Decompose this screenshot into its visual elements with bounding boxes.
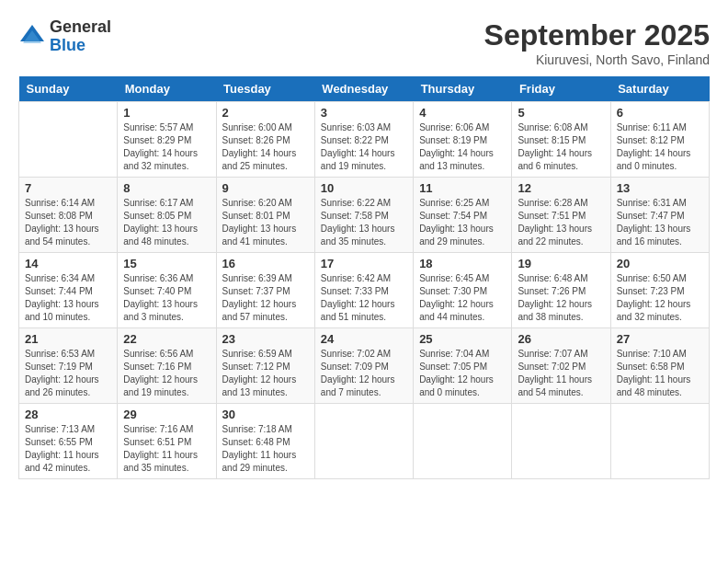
day-info: Sunrise: 6:03 AM Sunset: 8:22 PM Dayligh… bbox=[321, 121, 407, 173]
calendar-cell bbox=[512, 404, 610, 479]
day-info: Sunrise: 7:02 AM Sunset: 7:09 PM Dayligh… bbox=[321, 348, 407, 399]
calendar-title: September 2025 bbox=[484, 18, 710, 52]
calendar-cell: 20Sunrise: 6:50 AM Sunset: 7:23 PM Dayli… bbox=[610, 253, 709, 328]
day-info: Sunrise: 7:07 AM Sunset: 7:02 PM Dayligh… bbox=[518, 348, 604, 399]
day-info: Sunrise: 7:04 AM Sunset: 7:05 PM Dayligh… bbox=[419, 348, 506, 399]
day-info: Sunrise: 6:25 AM Sunset: 7:54 PM Dayligh… bbox=[419, 197, 506, 248]
logo-general-text: General bbox=[50, 18, 111, 37]
calendar-cell: 25Sunrise: 7:04 AM Sunset: 7:05 PM Dayli… bbox=[414, 328, 512, 404]
calendar-cell: 12Sunrise: 6:28 AM Sunset: 7:51 PM Dayli… bbox=[512, 178, 610, 253]
day-number: 23 bbox=[222, 332, 309, 346]
header: General Blue September 2025 Kiuruvesi, N… bbox=[18, 18, 710, 67]
day-number: 26 bbox=[518, 332, 604, 346]
day-info: Sunrise: 6:39 AM Sunset: 7:37 PM Dayligh… bbox=[222, 272, 309, 324]
day-info: Sunrise: 6:28 AM Sunset: 7:51 PM Dayligh… bbox=[518, 197, 604, 248]
calendar-cell: 1Sunrise: 5:57 AM Sunset: 8:29 PM Daylig… bbox=[118, 102, 216, 178]
calendar-cell: 8Sunrise: 6:17 AM Sunset: 8:05 PM Daylig… bbox=[118, 178, 216, 253]
day-info: Sunrise: 6:14 AM Sunset: 8:08 PM Dayligh… bbox=[25, 197, 111, 248]
day-info: Sunrise: 7:13 AM Sunset: 6:55 PM Dayligh… bbox=[25, 423, 111, 475]
logo: General Blue bbox=[18, 18, 111, 55]
day-info: Sunrise: 7:10 AM Sunset: 6:58 PM Dayligh… bbox=[617, 348, 703, 399]
logo-icon bbox=[18, 23, 46, 51]
calendar-header-row: SundayMondayTuesdayWednesdayThursdayFrid… bbox=[19, 76, 710, 102]
day-number: 12 bbox=[518, 181, 604, 195]
day-info: Sunrise: 6:56 AM Sunset: 7:16 PM Dayligh… bbox=[123, 348, 210, 399]
day-info: Sunrise: 7:16 AM Sunset: 6:51 PM Dayligh… bbox=[123, 423, 210, 475]
calendar-cell: 13Sunrise: 6:31 AM Sunset: 7:47 PM Dayli… bbox=[610, 178, 709, 253]
day-number: 8 bbox=[123, 181, 210, 195]
day-info: Sunrise: 6:20 AM Sunset: 8:01 PM Dayligh… bbox=[222, 197, 309, 248]
day-number: 2 bbox=[222, 106, 309, 120]
column-header-wednesday: Wednesday bbox=[314, 76, 413, 102]
day-number: 9 bbox=[222, 181, 309, 195]
column-header-sunday: Sunday bbox=[19, 76, 118, 102]
calendar-cell: 19Sunrise: 6:48 AM Sunset: 7:26 PM Dayli… bbox=[512, 253, 610, 328]
calendar-cell: 15Sunrise: 6:36 AM Sunset: 7:40 PM Dayli… bbox=[118, 253, 216, 328]
day-number: 14 bbox=[25, 257, 111, 270]
calendar-cell: 18Sunrise: 6:45 AM Sunset: 7:30 PM Dayli… bbox=[414, 253, 512, 328]
day-info: Sunrise: 6:22 AM Sunset: 7:58 PM Dayligh… bbox=[321, 197, 407, 248]
title-area: September 2025 Kiuruvesi, North Savo, Fi… bbox=[484, 18, 710, 67]
day-number: 25 bbox=[419, 332, 506, 346]
day-number: 21 bbox=[25, 332, 111, 346]
day-number: 22 bbox=[123, 332, 210, 346]
calendar-cell bbox=[314, 404, 413, 479]
calendar-cell: 21Sunrise: 6:53 AM Sunset: 7:19 PM Dayli… bbox=[19, 328, 118, 404]
calendar-cell: 26Sunrise: 7:07 AM Sunset: 7:02 PM Dayli… bbox=[512, 328, 610, 404]
day-number: 7 bbox=[25, 181, 111, 195]
calendar-cell: 7Sunrise: 6:14 AM Sunset: 8:08 PM Daylig… bbox=[19, 178, 118, 253]
calendar-cell: 16Sunrise: 6:39 AM Sunset: 7:37 PM Dayli… bbox=[216, 253, 314, 328]
day-number: 19 bbox=[518, 257, 604, 270]
day-number: 17 bbox=[321, 257, 407, 270]
column-header-tuesday: Tuesday bbox=[216, 76, 314, 102]
calendar-cell: 5Sunrise: 6:08 AM Sunset: 8:15 PM Daylig… bbox=[512, 102, 610, 178]
day-info: Sunrise: 6:36 AM Sunset: 7:40 PM Dayligh… bbox=[123, 272, 210, 324]
calendar-cell: 22Sunrise: 6:56 AM Sunset: 7:16 PM Dayli… bbox=[118, 328, 216, 404]
calendar-week-row: 21Sunrise: 6:53 AM Sunset: 7:19 PM Dayli… bbox=[19, 328, 710, 404]
calendar-cell: 11Sunrise: 6:25 AM Sunset: 7:54 PM Dayli… bbox=[414, 178, 512, 253]
day-info: Sunrise: 6:59 AM Sunset: 7:12 PM Dayligh… bbox=[222, 348, 309, 399]
day-number: 3 bbox=[321, 106, 407, 120]
day-number: 11 bbox=[419, 181, 506, 195]
day-number: 20 bbox=[617, 257, 703, 270]
day-number: 29 bbox=[123, 408, 210, 421]
calendar-subtitle: Kiuruvesi, North Savo, Finland bbox=[484, 52, 710, 67]
calendar-cell bbox=[414, 404, 512, 479]
column-header-thursday: Thursday bbox=[414, 76, 512, 102]
day-info: Sunrise: 6:34 AM Sunset: 7:44 PM Dayligh… bbox=[25, 272, 111, 324]
calendar-cell: 6Sunrise: 6:11 AM Sunset: 8:12 PM Daylig… bbox=[610, 102, 709, 178]
day-info: Sunrise: 7:18 AM Sunset: 6:48 PM Dayligh… bbox=[222, 423, 309, 475]
calendar-cell bbox=[19, 102, 118, 178]
calendar-cell: 27Sunrise: 7:10 AM Sunset: 6:58 PM Dayli… bbox=[610, 328, 709, 404]
day-number: 28 bbox=[25, 408, 111, 421]
calendar-week-row: 28Sunrise: 7:13 AM Sunset: 6:55 PM Dayli… bbox=[19, 404, 710, 479]
day-info: Sunrise: 6:42 AM Sunset: 7:33 PM Dayligh… bbox=[321, 272, 407, 324]
day-info: Sunrise: 5:57 AM Sunset: 8:29 PM Dayligh… bbox=[123, 121, 210, 173]
day-number: 16 bbox=[222, 257, 309, 270]
day-number: 27 bbox=[617, 332, 703, 346]
calendar-cell: 10Sunrise: 6:22 AM Sunset: 7:58 PM Dayli… bbox=[314, 178, 413, 253]
calendar-cell: 3Sunrise: 6:03 AM Sunset: 8:22 PM Daylig… bbox=[314, 102, 413, 178]
calendar-cell: 29Sunrise: 7:16 AM Sunset: 6:51 PM Dayli… bbox=[118, 404, 216, 479]
column-header-saturday: Saturday bbox=[610, 76, 709, 102]
column-header-friday: Friday bbox=[512, 76, 610, 102]
calendar-cell: 24Sunrise: 7:02 AM Sunset: 7:09 PM Dayli… bbox=[314, 328, 413, 404]
calendar-cell: 23Sunrise: 6:59 AM Sunset: 7:12 PM Dayli… bbox=[216, 328, 314, 404]
day-info: Sunrise: 6:11 AM Sunset: 8:12 PM Dayligh… bbox=[617, 121, 703, 173]
day-info: Sunrise: 6:00 AM Sunset: 8:26 PM Dayligh… bbox=[222, 121, 309, 173]
calendar-week-row: 7Sunrise: 6:14 AM Sunset: 8:08 PM Daylig… bbox=[19, 178, 710, 253]
calendar-cell: 2Sunrise: 6:00 AM Sunset: 8:26 PM Daylig… bbox=[216, 102, 314, 178]
day-info: Sunrise: 6:08 AM Sunset: 8:15 PM Dayligh… bbox=[518, 121, 604, 173]
day-info: Sunrise: 6:53 AM Sunset: 7:19 PM Dayligh… bbox=[25, 348, 111, 399]
calendar-week-row: 1Sunrise: 5:57 AM Sunset: 8:29 PM Daylig… bbox=[19, 102, 710, 178]
calendar-cell: 17Sunrise: 6:42 AM Sunset: 7:33 PM Dayli… bbox=[314, 253, 413, 328]
column-header-monday: Monday bbox=[118, 76, 216, 102]
day-number: 1 bbox=[123, 106, 210, 120]
day-number: 4 bbox=[419, 106, 506, 120]
day-info: Sunrise: 6:31 AM Sunset: 7:47 PM Dayligh… bbox=[617, 197, 703, 248]
day-number: 10 bbox=[321, 181, 407, 195]
day-number: 6 bbox=[617, 106, 703, 120]
day-info: Sunrise: 6:45 AM Sunset: 7:30 PM Dayligh… bbox=[419, 272, 506, 324]
day-number: 13 bbox=[617, 181, 703, 195]
calendar-cell: 9Sunrise: 6:20 AM Sunset: 8:01 PM Daylig… bbox=[216, 178, 314, 253]
